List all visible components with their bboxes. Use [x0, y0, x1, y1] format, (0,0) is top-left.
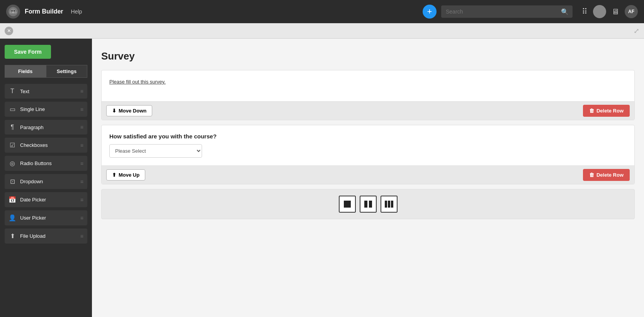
sidebar-item-paragraph[interactable]: ¶ Paragraph ≡ [5, 120, 87, 135]
delete-row-2-button[interactable]: 🗑 Delete Row [583, 169, 630, 181]
file-upload-icon: ⬆ [8, 232, 16, 240]
drag-handle-radio: ≡ [80, 160, 83, 167]
svg-point-6 [12, 12, 14, 13]
sidebar-item-date-picker[interactable]: 📅 Date Picker ≡ [5, 192, 87, 207]
search-icon: 🔍 [561, 8, 569, 15]
sidebar-item-dropdown[interactable]: ⊡ Dropdown ≡ [5, 174, 87, 189]
drag-handle-text: ≡ [80, 88, 83, 94]
add-button[interactable]: + [423, 5, 437, 19]
sidebar: Save Form Fields Settings T Text ≡ ▭ Sin… [0, 39, 92, 317]
sub-nav: ✕ ⤢ [0, 23, 644, 39]
user-avatar-af[interactable]: AF [625, 5, 638, 18]
main-layout: Save Form Fields Settings T Text ≡ ▭ Sin… [0, 39, 644, 317]
drag-handle-paragraph: ≡ [80, 124, 83, 130]
svg-rect-9 [369, 201, 372, 208]
radio-buttons-icon: ◎ [8, 160, 16, 167]
tab-settings[interactable]: Settings [46, 65, 87, 78]
sidebar-item-label-userpicker: User Picker [20, 215, 46, 221]
layout-one-col-button[interactable] [339, 196, 356, 213]
sidebar-item-user-picker[interactable]: 👤 User Picker ≡ [5, 210, 87, 225]
page-title: Survey [101, 50, 635, 62]
svg-rect-7 [344, 201, 351, 208]
move-down-button[interactable]: ⬇ Move Down [106, 105, 152, 116]
user-picker-icon: 👤 [8, 214, 16, 222]
move-up-label: Move Up [119, 172, 139, 178]
save-form-button[interactable]: Save Form [5, 45, 51, 59]
sidebar-item-label-dropdown: Dropdown [20, 179, 43, 184]
grid-icon[interactable]: ⠿ [582, 7, 588, 16]
date-picker-icon: 📅 [8, 196, 16, 203]
monitor-icon[interactable]: 🖥 [612, 7, 619, 16]
paragraph-icon: ¶ [8, 124, 16, 131]
move-up-arrow-icon: ⬆ [112, 172, 116, 178]
top-nav: Form Builder Help + 🔍 ⠿ 🖥 AF [0, 0, 644, 23]
search-input[interactable] [441, 5, 573, 18]
move-down-label: Move Down [119, 108, 146, 114]
drag-handle-userpicker: ≡ [80, 215, 83, 221]
close-button[interactable]: ✕ [5, 27, 13, 35]
delete-row-2-label: Delete Row [596, 172, 624, 178]
sidebar-item-label-datepicker: Date Picker [20, 197, 46, 203]
survey-description-text: Please fill out this survey. [109, 79, 166, 85]
help-link[interactable]: Help [71, 9, 82, 15]
form-row-2-content: How satisfied are you with the course? P… [102, 125, 634, 165]
sidebar-item-file-upload[interactable]: ⬆ File Upload ≡ [5, 228, 87, 244]
sidebar-item-label-text: Text [20, 89, 29, 94]
text-icon: T [8, 88, 16, 95]
drag-handle-checkboxes: ≡ [80, 142, 83, 148]
drag-handle-fileupload: ≡ [80, 233, 83, 239]
expand-icon[interactable]: ⤢ [634, 27, 639, 35]
svg-point-4 [12, 10, 13, 12]
tab-fields[interactable]: Fields [5, 65, 46, 78]
form-row-1: Please fill out this survey. ⬇ Move Down… [101, 70, 635, 120]
sidebar-item-label-paragraph: Paragraph [20, 124, 44, 130]
search-wrap: 🔍 [441, 5, 573, 18]
form-row-2: How satisfied are you with the course? P… [101, 125, 635, 184]
move-down-arrow-icon: ⬇ [112, 108, 116, 114]
question-dropdown[interactable]: Please Select [109, 144, 202, 158]
sidebar-item-checkboxes[interactable]: ☑ Checkboxes ≡ [5, 138, 87, 153]
sidebar-item-text[interactable]: T Text ≡ [5, 84, 87, 99]
content-area: Survey Please fill out this survey. ⬇ Mo… [92, 39, 644, 317]
sidebar-item-label-checkboxes: Checkboxes [20, 142, 48, 148]
layout-two-col-button[interactable] [360, 196, 377, 213]
sidebar-item-label-radio: Radio Buttons [20, 160, 52, 166]
drag-handle-datepicker: ≡ [80, 197, 83, 203]
sidebar-tabs: Fields Settings [5, 65, 87, 78]
sidebar-item-label-fileupload: File Upload [20, 233, 46, 239]
form-row-2-toolbar: ⬆ Move Up 🗑 Delete Row [102, 165, 634, 184]
nav-right: ⠿ 🖥 AF [582, 5, 638, 18]
dropdown-icon: ⊡ [8, 178, 16, 185]
drag-handle-singleline: ≡ [80, 106, 83, 112]
trash-icon-row1: 🗑 [589, 108, 594, 114]
trash-icon-row2: 🗑 [589, 172, 594, 178]
app-title: Form Builder [25, 8, 63, 15]
sidebar-item-radio-buttons[interactable]: ◎ Radio Buttons ≡ [5, 156, 87, 171]
sidebar-item-single-line[interactable]: ▭ Single Line ≡ [5, 102, 87, 117]
delete-row-1-label: Delete Row [596, 108, 624, 114]
svg-rect-12 [391, 201, 393, 208]
form-row-1-content: Please fill out this survey. [102, 70, 634, 101]
svg-point-5 [14, 10, 15, 12]
user-avatar-gray[interactable] [593, 5, 606, 18]
layout-three-col-button[interactable] [381, 196, 398, 213]
app-logo [6, 5, 20, 19]
drag-handle-dropdown: ≡ [80, 179, 83, 185]
svg-rect-10 [385, 201, 387, 208]
form-row-1-toolbar: ⬇ Move Down 🗑 Delete Row [102, 101, 634, 120]
svg-rect-11 [388, 201, 390, 208]
svg-rect-8 [364, 201, 367, 208]
checkboxes-icon: ☑ [8, 141, 16, 149]
sidebar-item-label-singleline: Single Line [20, 106, 45, 112]
single-line-icon: ▭ [8, 106, 16, 113]
add-row-block [101, 189, 635, 219]
move-up-button[interactable]: ⬆ Move Up [106, 169, 145, 181]
delete-row-1-button[interactable]: 🗑 Delete Row [583, 105, 630, 117]
question-label: How satisfied are you with the course? [109, 133, 627, 140]
